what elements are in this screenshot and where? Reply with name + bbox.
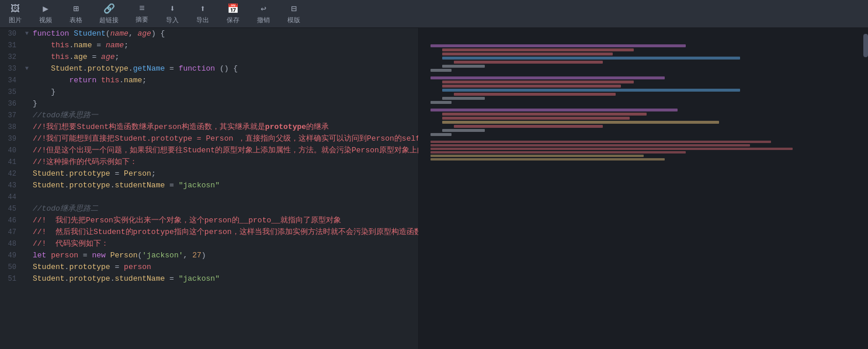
- line-number-48: 48: [0, 238, 23, 250]
- line-content-41: //!这种操作的代码示例如下：: [30, 156, 418, 168]
- line-content-47: //! 然后我们让Student的prototype指向这个person，这样当…: [30, 226, 418, 238]
- template-icon: ⊟: [291, 3, 297, 15]
- toolbar-label-export: 导出: [196, 16, 209, 25]
- table-row: 45 //todo继承思路二: [0, 203, 418, 215]
- line-number-39: 39: [0, 133, 23, 145]
- table-row: 50 Student.prototype = person: [0, 261, 418, 273]
- line-content-37: //todo继承思路一: [30, 110, 418, 121]
- line-content-51: Student.prototype.studentName = "jackosn…: [30, 273, 418, 285]
- table-row: 39 //!我们可能想到直接把Student.prototype = Perso…: [0, 133, 418, 145]
- toolbar-item-video[interactable]: ▶ 视频: [35, 1, 56, 27]
- line-content-34: return this.name;: [30, 75, 418, 86]
- line-number-46: 46: [0, 215, 23, 226]
- table-row: 35 }: [0, 86, 418, 98]
- line-number-38: 38: [0, 121, 23, 133]
- line-content-40: //!但是这个出现一个问题，如果我们想要往Student的原型对象上添加属性，方…: [30, 145, 418, 156]
- table-row: 30 ▼ function Student(name, age) {: [0, 28, 418, 40]
- right-panel: 9/10: [418, 28, 868, 349]
- table-row: 41 //!这种操作的代码示例如下：: [0, 156, 418, 168]
- fold-arrow-30[interactable]: ▼: [23, 28, 30, 40]
- line-number-51: 51: [0, 273, 23, 285]
- table-row: 51 Student.prototype.studentName = "jack…: [0, 273, 418, 285]
- toolbar-label-link: 超链接: [99, 16, 119, 25]
- toolbar-item-undo[interactable]: ↩ 撤销: [253, 1, 274, 27]
- line-number-34: 34: [0, 75, 23, 86]
- line-number-30: 30: [0, 28, 23, 40]
- toolbar-item-template[interactable]: ⊟ 模版: [283, 1, 304, 27]
- line-content-33: Student.prototype.getName = function () …: [30, 63, 418, 75]
- line-number-40: 40: [0, 145, 23, 156]
- line-number-41: 41: [0, 156, 23, 168]
- toolbar-label-video: 视频: [39, 16, 52, 25]
- link-icon: 🔗: [103, 3, 115, 15]
- undo-icon: ↩: [261, 3, 266, 15]
- line-number-35: 35: [0, 86, 23, 98]
- line-number-42: 42: [0, 168, 23, 180]
- scrollbar-thumb[interactable]: [863, 34, 868, 57]
- toolbar-item-export[interactable]: ⬆ 导出: [192, 1, 213, 27]
- line-number-43: 43: [0, 180, 23, 191]
- line-content-30: function Student(name, age) {: [30, 28, 418, 40]
- line-content-36: }: [30, 98, 418, 110]
- table-row: 34 return this.name;: [0, 75, 418, 86]
- table-row: 46 //! 我们先把Person实例化出来一个对象，这个person的__pr…: [0, 215, 418, 226]
- line-number-44: 44: [0, 191, 23, 203]
- line-content-35: }: [30, 86, 418, 98]
- save-icon: 📅: [227, 3, 239, 15]
- toolbar-item-import[interactable]: ⬇ 导入: [162, 1, 183, 27]
- table-row: 32 this.age = age;: [0, 51, 418, 63]
- toolbar-item-link[interactable]: 🔗 超链接: [96, 1, 122, 27]
- image-icon: 🖼: [11, 4, 20, 15]
- content-area: 30 ▼ function Student(name, age) { 31 th…: [0, 28, 868, 349]
- table-row: 49 let person = new Person('jackson', 27…: [0, 250, 418, 261]
- code-lines: 30 ▼ function Student(name, age) { 31 th…: [0, 28, 418, 285]
- toolbar-item-table[interactable]: ⊞ 表格: [65, 1, 86, 27]
- line-number-50: 50: [0, 261, 23, 273]
- export-icon: ⬆: [200, 3, 206, 15]
- toolbar-label-summary: 摘要: [136, 15, 148, 24]
- fold-arrow-33[interactable]: ▼: [23, 63, 30, 75]
- line-number-47: 47: [0, 226, 23, 238]
- toolbar-label-undo: 撤销: [257, 16, 270, 25]
- line-content-50: Student.prototype = person: [30, 261, 418, 273]
- line-content-31: this.name = name;: [30, 40, 418, 51]
- summary-icon: ≡: [139, 4, 145, 14]
- line-content-45: //todo继承思路二: [30, 203, 418, 215]
- line-content-48: //! 代码实例如下：: [30, 238, 418, 250]
- toolbar-item-image[interactable]: 🖼 图片: [5, 1, 26, 27]
- table-row: 33 ▼ Student.prototype.getName = functio…: [0, 63, 418, 75]
- line-number-37: 37: [0, 110, 23, 121]
- line-content-42: Student.prototype = Person;: [30, 168, 418, 180]
- line-content-46: //! 我们先把Person实例化出来一个对象，这个person的__proto…: [30, 215, 418, 226]
- line-content-43: Student.prototype.studentName = "jackosn…: [30, 180, 418, 191]
- line-number-45: 45: [0, 203, 23, 215]
- line-content-38: //!我们想要Student构造函数继承person构造函数，其实继承就是pro…: [30, 121, 418, 133]
- line-number-32: 32: [0, 51, 23, 63]
- line-number-33: 33: [0, 63, 23, 75]
- line-number-49: 49: [0, 250, 23, 261]
- table-row: 31 this.name = name;: [0, 40, 418, 51]
- scrollbar[interactable]: [863, 28, 868, 349]
- table-row: 36 }: [0, 98, 418, 110]
- table-row: 38 //!我们想要Student构造函数继承person构造函数，其实继承就是…: [0, 121, 418, 133]
- toolbar-item-summary[interactable]: ≡ 摘要: [131, 1, 152, 26]
- toolbar: 🖼 图片 ▶ 视频 ⊞ 表格 🔗 超链接 ≡ 摘要 ⬇ 导入 ⬆ 导出 📅: [0, 0, 868, 28]
- import-icon: ⬇: [169, 3, 175, 15]
- line-content-39: //!我们可能想到直接把Student.prototype = Person ，…: [30, 133, 418, 145]
- line-number-31: 31: [0, 40, 23, 51]
- line-number-36: 36: [0, 98, 23, 110]
- code-editor[interactable]: 30 ▼ function Student(name, age) { 31 th…: [0, 28, 418, 349]
- line-content-32: this.age = age;: [30, 51, 418, 63]
- table-row: 48 //! 代码实例如下：: [0, 238, 418, 250]
- table-row: 47 //! 然后我们让Student的prototype指向这个person，…: [0, 226, 418, 238]
- toolbar-label-template: 模版: [287, 16, 300, 25]
- toolbar-item-save[interactable]: 📅 保存: [223, 1, 244, 27]
- minimap: [419, 28, 868, 349]
- video-icon: ▶: [43, 3, 48, 15]
- table-row: 40 //!但是这个出现一个问题，如果我们想要往Student的原型对象上添加属…: [0, 145, 418, 156]
- table-row: 43 Student.prototype.studentName = "jack…: [0, 180, 418, 191]
- table-icon: ⊞: [73, 3, 79, 15]
- toolbar-label-image: 图片: [9, 16, 22, 25]
- toolbar-label-save: 保存: [227, 16, 239, 25]
- table-row: 44: [0, 191, 418, 203]
